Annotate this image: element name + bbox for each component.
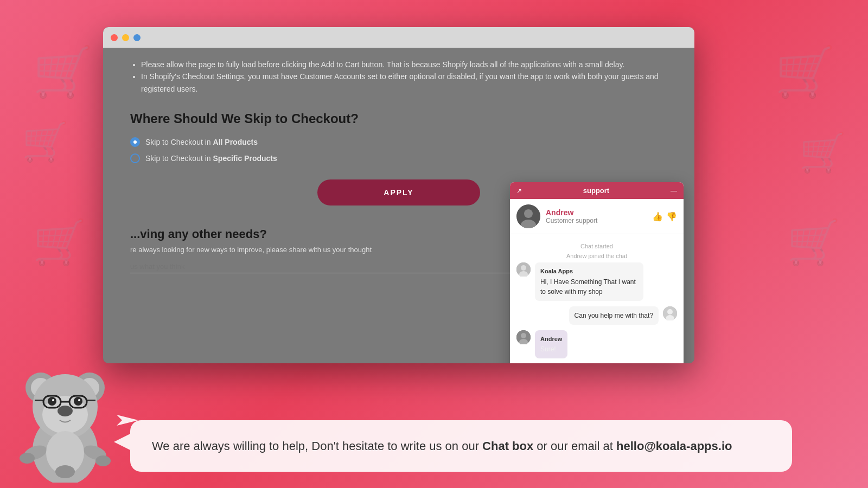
msg-koala-bubble: Koala Apps Hi, I Have Something That I w… [535,262,643,301]
bg-cart-icon-3: 🛒 [33,217,87,268]
radio-specific-products-circle[interactable] [130,153,140,163]
thumbs-up-icon[interactable]: 👍 [652,211,663,222]
radio-all-products-label: Skip to Checkout in All Products [145,138,258,146]
close-dot[interactable] [111,34,118,41]
msg-andrew-avatar-1 [516,330,531,344]
instructions-list: Please allow the page to fully load befo… [130,59,667,95]
section-title: Where Should We Skip to Checkout? [130,111,667,126]
speech-text-2: or our email at [533,439,616,453]
msg-andrew-sure-bubble: Andrew Sure! [535,330,567,359]
email-bold: hello@koala-apps.io [616,439,732,453]
instruction-item-2: In Shopify's Checkout Settings, you must… [141,70,667,95]
radio-all-products[interactable]: Skip to Checkout in All Products [130,137,667,147]
msg-koala-text: Hi, I Have Something That I want to solv… [540,278,636,296]
koala-mascot [11,352,119,483]
speech-bubble: We are always willing to help, Don't hes… [130,420,792,472]
agent-name: Andrew [546,208,652,217]
msg-help-avatar [663,306,677,320]
minimize-dot[interactable] [122,34,129,41]
agent-rating: 👍 👎 [652,211,677,222]
radio-all-products-circle[interactable] [130,137,140,147]
svg-point-1 [524,209,533,218]
msg-andrew-sender: Andrew [540,335,562,344]
msg-help-row: Can you help me with that? [516,306,677,325]
apply-button[interactable]: APPLY [317,179,480,206]
bg-cart-icon-4: 🛒 [775,43,835,100]
radio-group: Skip to Checkout in All Products Skip to… [130,137,667,163]
agent-info: Andrew Customer support [546,208,652,224]
chat-agent-bar: Andrew Customer support 👍 👎 [510,199,684,234]
svg-point-19 [95,455,111,466]
browser-window: Please allow the page to fully load befo… [103,27,694,363]
agent-role: Customer support [546,217,652,224]
chat-box-bold: Chat box [482,439,533,453]
maximize-dot[interactable] [133,34,141,41]
msg-koala-sender: Koala Apps [540,267,638,276]
system-msg-started: Chat started [516,243,677,249]
msg-koala-row: Koala Apps Hi, I Have Something That I w… [516,262,677,301]
svg-point-28 [74,397,82,406]
radio-specific-products-label: Skip to Checkout in Specific Products [145,154,277,163]
svg-point-26 [58,406,73,416]
agent-avatar [516,204,540,228]
svg-point-7 [667,309,673,314]
system-msg-joined: Andrew joined the chat [516,253,677,259]
bg-cart-icon-2: 🛒 [22,119,69,164]
svg-point-18 [20,453,35,464]
bg-cart-icon-6: 🛒 [787,217,841,268]
chat-header: ↗ support — [510,182,684,199]
radio-specific-products[interactable]: Skip to Checkout in Specific Products [130,153,667,163]
chat-widget: ↗ support — Andrew Customer support [510,182,684,363]
svg-point-27 [48,397,56,406]
chat-messages: Chat started Andrew joined the chat Koal… [510,234,684,363]
chat-minimize-icon[interactable]: — [671,187,677,195]
instruction-item-1: Please allow the page to fully load befo… [141,59,667,70]
speech-text-1: We are always willing to help, Don't hes… [152,439,482,453]
chat-title: support [522,187,671,195]
chat-expand-icon[interactable]: ↗ [516,187,522,195]
browser-content: Please allow the page to fully load befo… [103,48,694,363]
svg-point-10 [521,333,526,338]
bg-cart-icon-5: 🛒 [799,130,846,175]
thumbs-down-icon[interactable]: 👎 [666,211,677,222]
needs-title-text: ...ving any other needs? [130,227,267,241]
svg-point-30 [78,399,80,401]
msg-andrew-sure-text: Sure! [540,345,556,353]
title-bar [103,27,694,48]
svg-point-37 [55,465,75,478]
svg-point-4 [521,265,526,271]
svg-point-29 [52,399,54,401]
bg-cart-icon-1: 🛒 [33,43,93,100]
msg-koala-avatar [516,262,531,277]
msg-andrew-sure-row: Andrew Sure! [516,330,677,359]
msg-help-bubble: Can you help me with that? [569,306,659,325]
